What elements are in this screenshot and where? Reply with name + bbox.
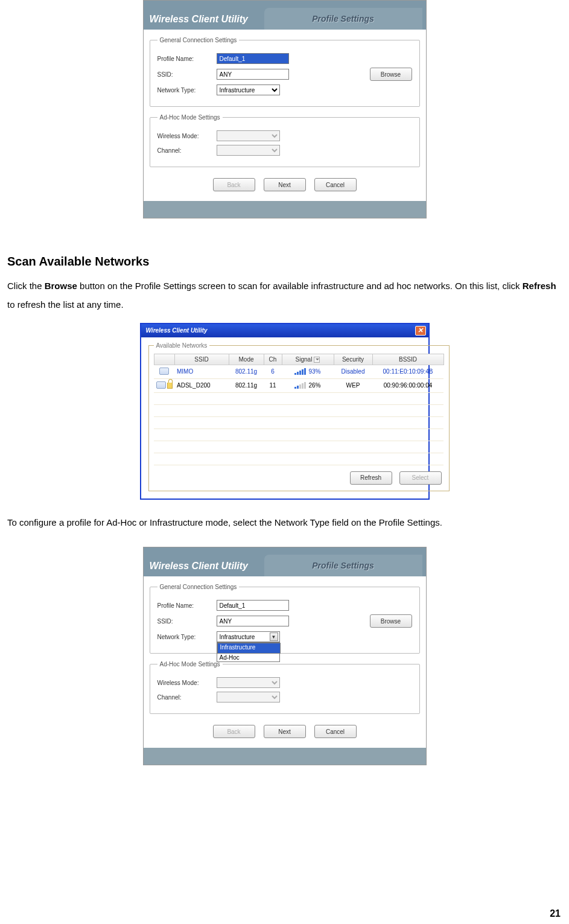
group-general-connection: General Connection Settings Profile Name… [150,584,420,654]
network-type-options: Infrastructure Ad-Hoc [217,642,280,662]
table-row [154,441,443,453]
network-type-dropdown[interactable]: Infrastructure ▼ Infrastructure Ad-Hoc [217,631,280,642]
paragraph-network-type-instructions: To configure a profile for Ad-Hoc or Inf… [7,517,562,529]
col-ssid-header[interactable]: SSID [174,354,229,365]
group-adhoc-settings: Ad-Hoc Mode Settings Wireless Mode: Chan… [150,114,420,167]
tab-profile-settings: Profile Settings [264,555,422,576]
col-ch-header[interactable]: Ch [264,354,282,365]
profile-name-input[interactable] [217,53,289,64]
table-row [154,404,443,416]
option-infrastructure[interactable]: Infrastructure [217,643,281,654]
group-general-connection: General Connection Settings Profile Name… [150,37,420,107]
group-general-legend: General Connection Settings [157,37,240,43]
browse-button[interactable]: Browse [370,614,412,628]
table-row [154,416,443,429]
back-button: Back [213,725,255,738]
table-row [154,392,443,404]
signal-bars-icon [294,381,306,389]
dialog-footer [144,748,426,765]
paragraph-scan-instructions: Click the Browse button on the Profile S… [7,277,562,314]
profile-settings-dialog-1: Wireless Client Utility Profile Settings… [143,0,427,218]
group-available-networks: Available Networks SSID Mode Ch [148,342,450,491]
label-wireless-mode: Wireless Mode: [157,680,212,686]
sort-icon [314,357,320,363]
table-row [154,453,443,465]
dialog-footer [144,201,426,218]
col-mode-header[interactable]: Mode [229,354,264,365]
close-icon[interactable]: ✕ [415,326,426,336]
section-heading-scan-networks: Scan Available Networks [7,255,562,269]
dialog-header: Wireless Client Utility Profile Settings [144,1,426,30]
cancel-button[interactable]: Cancel [314,178,357,191]
network-icon [156,381,166,389]
dialog-header: Wireless Client Utility Profile Settings [144,547,426,576]
ssid-input[interactable] [217,69,289,80]
label-channel: Channel: [157,147,212,154]
networks-table: SSID Mode Ch Signal Security BSSID MIMO8… [154,354,444,465]
browse-button[interactable]: Browse [370,68,412,81]
label-network-type: Network Type: [157,634,212,640]
group-adhoc-legend: Ad-Hoc Mode Settings [157,661,223,668]
label-ssid: SSID: [157,71,212,78]
profile-name-input[interactable] [217,600,289,611]
table-row[interactable]: MIMO802.11g693%Disabled00:11:E0:10:09:4B [154,365,443,378]
label-ssid: SSID: [157,618,212,625]
back-button: Back [213,178,255,191]
label-wireless-mode: Wireless Mode: [157,133,212,139]
group-available-networks-legend: Available Networks [154,342,210,349]
ssid-input[interactable] [217,616,289,626]
channel-select [217,692,280,703]
channel-select [217,145,280,156]
col-signal-header[interactable]: Signal [282,354,334,365]
label-network-type: Network Type: [157,87,212,94]
next-button[interactable]: Next [264,725,306,738]
chevron-down-icon[interactable]: ▼ [270,632,278,641]
profile-settings-dialog-2: Wireless Client Utility Profile Settings… [143,547,427,765]
tab-profile-settings: Profile Settings [264,8,422,30]
label-profile-name: Profile Name: [157,602,212,609]
networks-table-header: SSID Mode Ch Signal Security BSSID [154,354,443,365]
next-button[interactable]: Next [264,178,306,191]
network-type-select[interactable]: Infrastructure [217,84,280,95]
col-bssid-header[interactable]: BSSID [372,354,443,365]
col-icon-header [154,354,174,365]
wireless-mode-select [217,130,280,141]
available-networks-titlebar: Wireless Client Utility ✕ [141,324,428,337]
label-channel: Channel: [157,694,212,701]
label-profile-name: Profile Name: [157,56,212,62]
wireless-mode-select [217,677,280,688]
available-networks-title: Wireless Client Utility [146,327,208,334]
app-title: Wireless Client Utility [144,14,264,30]
option-ad-hoc[interactable]: Ad-Hoc [217,654,279,661]
table-row[interactable]: ADSL_D200802.11g1126%WEP00:90:96:00:00:0… [154,378,443,392]
cancel-button[interactable]: Cancel [314,725,357,738]
network-type-value: Infrastructure [220,634,255,640]
group-general-legend: General Connection Settings [157,584,240,590]
page-number: 21 [550,908,561,919]
refresh-button[interactable]: Refresh [350,471,392,485]
signal-bars-icon [294,368,306,375]
available-networks-dialog: Wireless Client Utility ✕ Available Netw… [140,323,430,500]
network-icon [159,368,169,375]
app-title: Wireless Client Utility [144,561,264,576]
group-adhoc-settings: Ad-Hoc Mode Settings Wireless Mode: Chan… [150,661,420,714]
lock-icon [167,383,173,389]
table-row [154,429,443,441]
col-security-header[interactable]: Security [334,354,372,365]
group-adhoc-legend: Ad-Hoc Mode Settings [157,114,223,121]
select-button: Select [399,471,442,485]
